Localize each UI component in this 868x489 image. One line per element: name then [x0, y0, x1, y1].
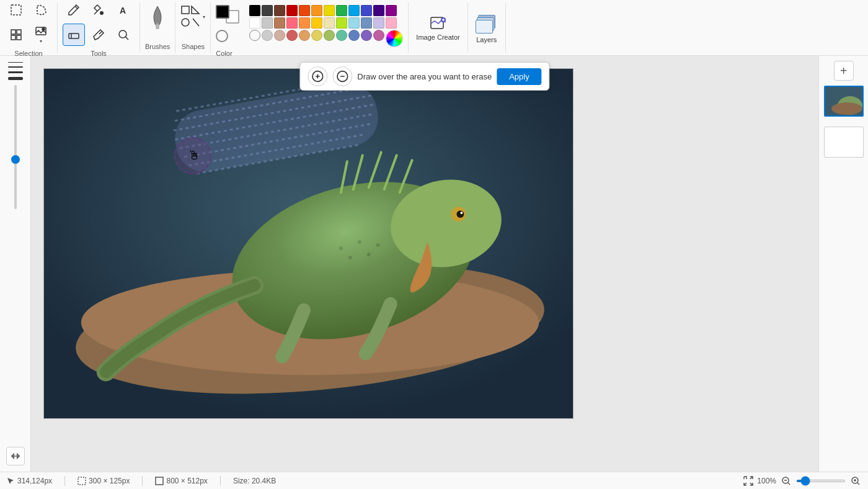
selection-icon — [78, 477, 86, 485]
color-yellow[interactable] — [324, 5, 335, 16]
color-picker-wheel[interactable] — [386, 30, 403, 47]
canvas-area[interactable]: Draw over the area you want to erase App… — [31, 56, 818, 472]
color-black[interactable] — [249, 5, 260, 16]
color-light-orange[interactable] — [311, 17, 322, 29]
color-circle-9[interactable] — [361, 30, 372, 41]
color-lavender[interactable] — [361, 17, 372, 29]
shapes-icon[interactable] — [180, 5, 200, 30]
color-pink[interactable] — [386, 17, 397, 29]
foreground-color[interactable] — [216, 5, 229, 19]
svg-point-27 — [339, 246, 343, 250]
canvas-size: 800 × 512px — [155, 477, 207, 485]
svg-point-31 — [367, 253, 371, 256]
fill-button[interactable] — [87, 0, 110, 21]
cursor-position: 314,124px — [6, 477, 52, 485]
zoom-in-button[interactable] — [849, 475, 862, 487]
color-circle-10[interactable] — [373, 30, 384, 41]
pencil-button[interactable] — [63, 0, 85, 21]
color-indigo[interactable] — [373, 5, 384, 16]
add-layer-button[interactable]: + — [834, 61, 854, 81]
color-sky-blue[interactable] — [348, 17, 360, 29]
toolbar-group-layers[interactable]: Layers — [468, 2, 506, 53]
color-pink-red[interactable] — [286, 17, 298, 29]
brushes-row — [149, 5, 166, 30]
erase-size-increase[interactable] — [308, 66, 327, 86]
zoom-slider[interactable] — [796, 480, 846, 482]
toolbar-group-brushes: Brushes — [140, 2, 175, 53]
color-light-yellow[interactable] — [324, 17, 335, 29]
color-orange[interactable] — [311, 5, 322, 16]
color-circle-6[interactable] — [324, 30, 335, 41]
magnify-button[interactable] — [112, 24, 135, 46]
image-creator-icon — [430, 15, 447, 32]
color-circle-4[interactable] — [299, 30, 310, 41]
status-divider-3 — [220, 476, 221, 486]
eraser-button[interactable] — [63, 24, 85, 46]
color-orange-red[interactable] — [299, 5, 310, 16]
select-rect-button[interactable] — [5, 0, 27, 21]
svg-text:A: A — [120, 6, 126, 16]
toolbar-group-image-creator[interactable]: Image Creator — [409, 2, 467, 53]
color-red[interactable] — [286, 5, 298, 16]
selection-tools-row2: ▾ — [5, 24, 52, 46]
text-button[interactable]: A — [112, 0, 135, 21]
brush-size-slider[interactable] — [14, 85, 17, 209]
color-circle-8[interactable] — [348, 30, 360, 41]
svg-rect-4 — [17, 35, 21, 40]
layer-1-thumbnail[interactable] — [824, 86, 864, 117]
zoom-out-button[interactable] — [780, 475, 792, 487]
status-divider-2 — [142, 476, 143, 486]
color-palette — [249, 5, 403, 47]
erase-size-decrease[interactable] — [332, 66, 352, 86]
svg-point-6 — [42, 28, 45, 30]
color-light-purple[interactable] — [373, 17, 384, 29]
color-white[interactable] — [249, 17, 260, 29]
svg-rect-11 — [156, 24, 159, 29]
color-brown[interactable] — [274, 17, 285, 29]
color-circle-5[interactable] — [311, 30, 322, 41]
svg-rect-44 — [78, 477, 86, 485]
eyedropper-button[interactable] — [87, 24, 110, 46]
svg-point-29 — [376, 243, 380, 247]
color-salmon[interactable] — [299, 17, 310, 29]
canvas-image — [44, 69, 573, 418]
color-circle-1[interactable] — [262, 30, 273, 41]
left-sidebar — [0, 56, 31, 472]
canvas-icon — [155, 477, 164, 485]
erase-toolbar: Draw over the area you want to erase App… — [299, 62, 549, 91]
svg-point-7 — [100, 11, 104, 15]
image-creator-label: Image Creator — [416, 34, 459, 41]
color-purple[interactable] — [386, 5, 397, 16]
image-button[interactable]: ▾ — [30, 24, 52, 46]
main-area: Draw over the area you want to erase App… — [0, 56, 868, 472]
svg-point-13 — [182, 19, 189, 26]
flip-button[interactable] — [6, 447, 25, 465]
apply-button[interactable]: Apply — [497, 68, 542, 85]
color-blue[interactable] — [361, 5, 372, 16]
color-dark-brown[interactable] — [274, 5, 285, 16]
brush-size-4[interactable] — [8, 77, 23, 80]
file-size: Size: 20.4KB — [233, 477, 276, 485]
svg-point-28 — [358, 240, 361, 244]
color-circle-7[interactable] — [336, 30, 347, 41]
foreground-background-colors — [216, 5, 244, 19]
selection-tools-row — [5, 0, 52, 21]
color-circle-3[interactable] — [286, 30, 298, 41]
file-size-value: Size: 20.4KB — [233, 477, 276, 485]
status-divider-1 — [64, 476, 65, 486]
color-teal[interactable] — [348, 5, 360, 16]
color-lime[interactable] — [336, 5, 347, 16]
color-outline[interactable] — [216, 30, 228, 42]
select-free-button[interactable] — [30, 0, 52, 21]
color-light-gray[interactable] — [262, 17, 273, 29]
color-dark-gray[interactable] — [262, 5, 273, 16]
select-all-button[interactable] — [5, 24, 27, 46]
brushes-icon[interactable] — [149, 5, 166, 30]
brush-size-3[interactable] — [8, 71, 23, 73]
brush-size-1[interactable] — [8, 62, 23, 63]
color-circle-2[interactable] — [274, 30, 285, 41]
brush-size-2[interactable] — [8, 66, 23, 68]
color-light-green[interactable] — [336, 17, 347, 29]
canvas[interactable]: 🖱 — [43, 68, 574, 419]
color-circle-outline[interactable] — [249, 30, 260, 41]
